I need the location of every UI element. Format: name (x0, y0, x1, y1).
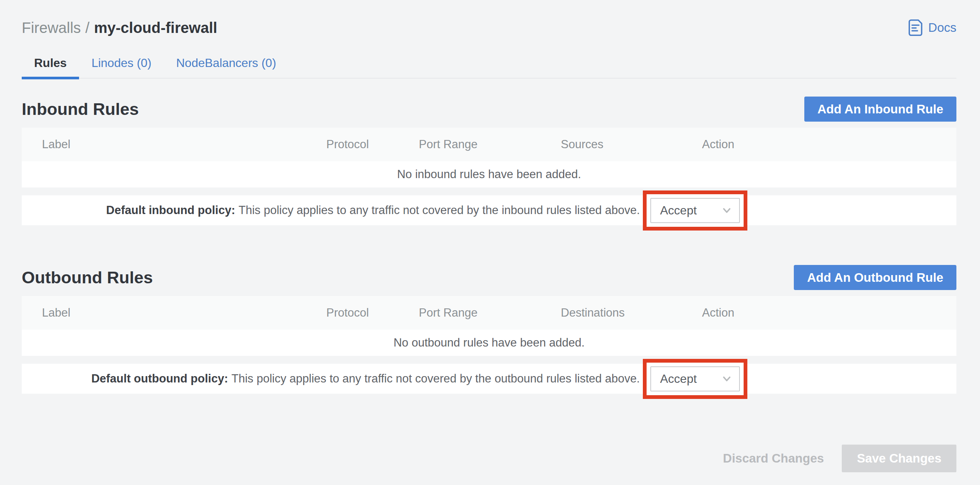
outbound-policy-text: Default outbound policy:This policy appl… (22, 372, 643, 385)
column-header-action: Action (702, 306, 956, 320)
docs-label: Docs (928, 21, 956, 35)
outbound-policy-selected-value: Accept (660, 372, 697, 386)
outbound-rules-table: Label Protocol Port Range Destinations A… (22, 296, 956, 394)
inbound-section-header: Inbound Rules Add An Inbound Rule (22, 97, 956, 122)
outbound-section-header: Outbound Rules Add An Outbound Rule (22, 265, 956, 290)
page-header: Firewalls / my-cloud-firewall Docs (22, 18, 956, 37)
save-changes-button[interactable]: Save Changes (842, 445, 956, 472)
tab-bar: Rules Linodes (0) NodeBalancers (0) (22, 56, 956, 79)
outbound-empty-message: No outbound rules have been added. (22, 330, 956, 356)
annotation-highlight-inbound: Accept (643, 190, 747, 230)
inbound-policy-select[interactable]: Accept (650, 198, 740, 223)
discard-changes-button[interactable]: Discard Changes (723, 451, 824, 466)
document-icon (907, 19, 923, 36)
tab-nodebalancers[interactable]: NodeBalancers (0) (164, 56, 288, 78)
tab-linodes[interactable]: Linodes (0) (79, 56, 164, 78)
inbound-table-header: Label Protocol Port Range Sources Action (22, 128, 956, 161)
inbound-rules-title: Inbound Rules (22, 100, 138, 119)
annotation-highlight-outbound: Accept (643, 359, 747, 399)
docs-link[interactable]: Docs (907, 19, 956, 36)
chevron-down-icon (721, 372, 733, 385)
column-header-port-range: Port Range (419, 306, 561, 320)
column-header-sources: Sources (561, 138, 702, 151)
column-header-label: Label (42, 306, 326, 320)
footer-actions: Discard Changes Save Changes (22, 445, 956, 472)
breadcrumb-firewalls-link[interactable]: Firewalls (22, 19, 81, 36)
breadcrumb-current-firewall: my-cloud-firewall (94, 19, 217, 36)
inbound-policy-selected-value: Accept (660, 204, 697, 217)
outbound-rules-title: Outbound Rules (22, 268, 153, 287)
add-outbound-rule-button[interactable]: Add An Outbound Rule (794, 265, 956, 290)
inbound-rules-table: Label Protocol Port Range Sources Action… (22, 128, 956, 225)
inbound-empty-message: No inbound rules have been added. (22, 161, 956, 187)
column-header-protocol: Protocol (326, 306, 419, 320)
column-header-action: Action (702, 138, 956, 151)
inbound-policy-row: Default inbound policy:This policy appli… (22, 195, 956, 225)
outbound-table-header: Label Protocol Port Range Destinations A… (22, 296, 956, 330)
column-header-port-range: Port Range (419, 138, 561, 151)
breadcrumb: Firewalls / my-cloud-firewall (22, 19, 217, 36)
inbound-policy-text: Default inbound policy:This policy appli… (22, 204, 643, 217)
outbound-policy-label: Default outbound policy: (91, 372, 228, 385)
outbound-policy-row: Default outbound policy:This policy appl… (22, 364, 956, 394)
tab-rules[interactable]: Rules (22, 56, 79, 78)
inbound-policy-description: This policy applies to any traffic not c… (239, 204, 640, 217)
column-header-destinations: Destinations (561, 306, 702, 320)
add-inbound-rule-button[interactable]: Add An Inbound Rule (804, 97, 956, 122)
inbound-policy-label: Default inbound policy: (106, 204, 235, 217)
firewall-detail-page: Firewalls / my-cloud-firewall Docs Rules… (0, 18, 980, 472)
column-header-label: Label (42, 138, 326, 151)
outbound-policy-select[interactable]: Accept (650, 366, 740, 391)
chevron-down-icon (721, 204, 733, 217)
outbound-policy-description: This policy applies to any traffic not c… (232, 372, 640, 385)
column-header-protocol: Protocol (326, 138, 419, 151)
breadcrumb-separator: / (86, 19, 89, 36)
